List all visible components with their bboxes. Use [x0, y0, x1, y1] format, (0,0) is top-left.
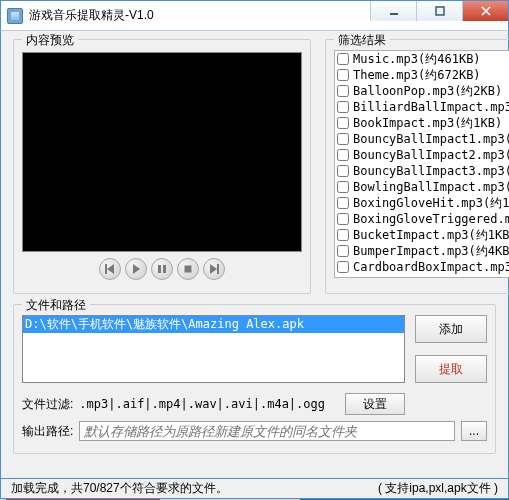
preview-group: 内容预览 [13, 39, 311, 294]
result-item[interactable]: BoxingGloveHit.mp3(约1 [335, 195, 509, 211]
result-item-label: BowlingBallImpact.mp3( [353, 180, 509, 194]
result-item-checkbox[interactable] [337, 85, 349, 97]
result-item-label: BookImpact.mp3(约1KB) [353, 115, 502, 132]
output-label: 输出路径: [22, 423, 73, 440]
result-item[interactable]: BilliardBallImpact.mp3 [335, 99, 509, 115]
result-item-label: BucketImpact.mp3(约1KB [353, 227, 509, 244]
status-right: ( 支持ipa,pxl,apk文件 ) [378, 480, 498, 497]
browse-button[interactable]: ... [461, 421, 487, 441]
output-path-input[interactable] [79, 421, 455, 441]
result-item-checkbox[interactable] [337, 117, 349, 129]
result-item-label: BouncyBallImpact1.mp3( [353, 132, 509, 146]
settings-button[interactable]: 设置 [345, 393, 405, 415]
result-item-label: Music.mp3(约461KB) [353, 51, 481, 68]
result-item[interactable]: BouncyBallImpact2.mp3( [335, 147, 509, 163]
result-item-label: Theme.mp3(约672KB) [353, 67, 481, 84]
result-group: 筛选结果 Music.mp3(约461KB)Theme.mp3(约672KB)B… [325, 39, 509, 294]
result-item-checkbox[interactable] [337, 53, 349, 65]
result-item-checkbox[interactable] [337, 261, 349, 273]
stop-button[interactable] [177, 258, 199, 280]
client-area: 内容预览 筛选结果 [0, 30, 509, 479]
result-item-checkbox[interactable] [337, 181, 349, 193]
result-item-checkbox[interactable] [337, 101, 349, 113]
result-item[interactable]: Theme.mp3(约672KB) [335, 67, 509, 83]
result-item[interactable]: BucketImpact.mp3(约1KB [335, 227, 509, 243]
result-item-label: BouncyBallImpact2.mp3( [353, 148, 509, 162]
settings-button-label: 设置 [363, 396, 387, 413]
extract-button[interactable]: 提取 [415, 355, 487, 383]
statusbar: 加载完成，共70/827个符合要求的文件。 ( 支持ipa,pxl,apk文件 … [0, 479, 509, 499]
svg-rect-2 [158, 265, 161, 273]
prev-button[interactable] [99, 258, 121, 280]
minimize-button[interactable] [370, 1, 416, 21]
result-item[interactable]: BouncyBallImpact1.mp3( [335, 131, 509, 147]
result-item[interactable]: BumperImpact.mp3(约4KB [335, 243, 509, 259]
result-item-checkbox[interactable] [337, 69, 349, 81]
close-button[interactable] [462, 1, 508, 21]
result-group-title: 筛选结果 [334, 32, 390, 49]
app-icon [7, 8, 23, 24]
pause-button[interactable] [151, 258, 173, 280]
add-button-label: 添加 [439, 321, 463, 338]
result-item[interactable]: CardboardBoxImpact.mp3 [335, 259, 509, 275]
files-group: 文件和路径 D:\软件\手机软件\魅族软件\Amazing Alex.apk 添… [13, 304, 496, 454]
result-item-label: BoxingGloveHit.mp3(约1 [353, 195, 509, 212]
window-title: 游戏音乐提取精灵-V1.0 [29, 7, 154, 24]
result-item-checkbox[interactable] [337, 133, 349, 145]
next-button[interactable] [203, 258, 225, 280]
result-item-label: BilliardBallImpact.mp3 [353, 100, 509, 114]
svg-rect-3 [163, 265, 166, 273]
result-item-label: CardboardBoxImpact.mp3 [353, 260, 509, 274]
result-item-label: BalloonPop.mp3(约2KB) [353, 83, 502, 100]
svg-rect-0 [390, 13, 398, 15]
add-button[interactable]: 添加 [415, 315, 487, 343]
status-left: 加载完成，共70/827个符合要求的文件。 [11, 480, 228, 497]
result-item-label: BoxingGloveTriggered.m [353, 212, 509, 226]
result-item-checkbox[interactable] [337, 149, 349, 161]
browse-button-label: ... [469, 424, 479, 438]
result-item[interactable]: BouncyBallImpact3.mp3( [335, 163, 509, 179]
result-item[interactable]: BowlingBallImpact.mp3( [335, 179, 509, 195]
result-item-checkbox[interactable] [337, 245, 349, 257]
preview-group-title: 内容预览 [22, 32, 78, 49]
selected-path[interactable]: D:\软件\手机软件\魅族软件\Amazing Alex.apk [23, 316, 404, 333]
player-controls [22, 258, 302, 280]
play-button[interactable] [125, 258, 147, 280]
files-group-title: 文件和路径 [22, 297, 90, 314]
result-item[interactable]: BalloonPop.mp3(约2KB) [335, 83, 509, 99]
svg-rect-4 [185, 266, 192, 273]
path-list[interactable]: D:\软件\手机软件\魅族软件\Amazing Alex.apk [22, 315, 405, 383]
window-buttons [370, 1, 508, 21]
maximize-button[interactable] [416, 1, 462, 21]
filter-label: 文件过滤: [22, 396, 73, 413]
result-item-label: BouncyBallImpact3.mp3( [353, 164, 509, 178]
result-item-checkbox[interactable] [337, 197, 349, 209]
result-item[interactable]: BoxingGloveTriggered.m [335, 211, 509, 227]
result-item[interactable]: Music.mp3(约461KB) [335, 51, 509, 67]
filter-extensions: .mp3|.aif|.mp4|.wav|.avi|.m4a|.ogg [79, 397, 325, 411]
result-item[interactable]: BookImpact.mp3(约1KB) [335, 115, 509, 131]
result-item-checkbox[interactable] [337, 165, 349, 177]
result-list[interactable]: Music.mp3(约461KB)Theme.mp3(约672KB)Balloo… [334, 50, 509, 278]
svg-rect-1 [436, 7, 444, 15]
preview-viewport [22, 52, 302, 252]
result-item-checkbox[interactable] [337, 213, 349, 225]
titlebar: 游戏音乐提取精灵-V1.0 [0, 0, 509, 30]
result-item-label: BumperImpact.mp3(约4KB [353, 243, 509, 260]
extract-button-label: 提取 [439, 361, 463, 378]
result-item-checkbox[interactable] [337, 229, 349, 241]
